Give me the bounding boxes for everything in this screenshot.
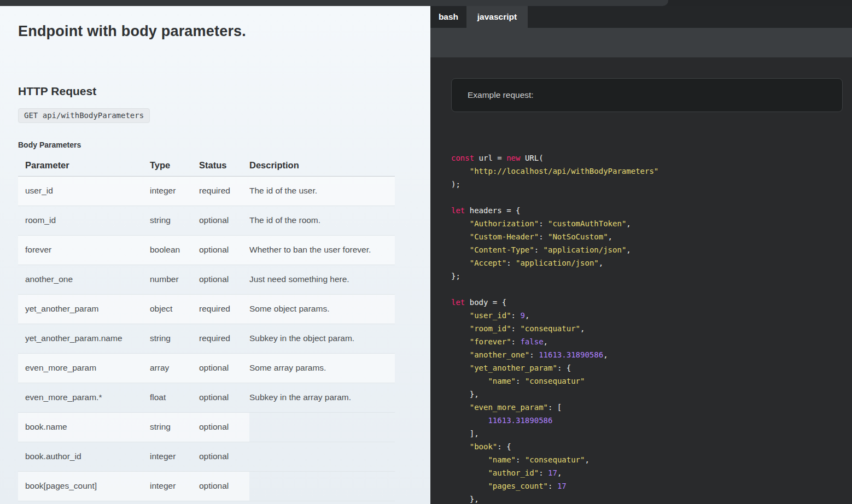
column-header-parameter: Parameter bbox=[18, 155, 150, 176]
cell-type: object bbox=[150, 294, 199, 324]
code-line: let body = { bbox=[451, 296, 843, 309]
cell-type: string bbox=[150, 412, 199, 442]
cell-status: optional bbox=[199, 471, 249, 501]
cell-parameter: book[pages_count] bbox=[18, 471, 150, 501]
cell-type: integer bbox=[150, 471, 199, 501]
code-line: const url = new URL( bbox=[451, 151, 843, 165]
code-line: "Authorization": "customAuthToken", bbox=[451, 217, 843, 230]
cell-type: number bbox=[150, 265, 199, 294]
cell-type: array bbox=[150, 353, 199, 383]
table-row: even_more_paramarrayoptionalSome array p… bbox=[18, 353, 395, 383]
code-line: }, bbox=[451, 493, 843, 504]
column-header-description: Description bbox=[249, 155, 395, 176]
body-parameters-label: Body Parameters bbox=[18, 140, 81, 149]
code-line: "user_id": 9, bbox=[451, 309, 843, 322]
tab-bar-sub-band bbox=[430, 28, 852, 57]
column-header-status: Status bbox=[199, 155, 249, 176]
example-request-box: Example request: bbox=[451, 78, 843, 112]
code-line: 11613.31890586 bbox=[451, 414, 843, 427]
cell-description: Just need something here. bbox=[249, 265, 395, 294]
cell-parameter: forever bbox=[18, 235, 150, 265]
column-header-type: Type bbox=[150, 155, 199, 176]
table-row: user_idintegerrequiredThe id of the user… bbox=[18, 176, 395, 206]
cell-description: The id of the room. bbox=[249, 206, 395, 235]
table-row: book.author_idintegeroptional bbox=[18, 442, 395, 471]
code-line: "yet_another_param": { bbox=[451, 361, 843, 374]
cell-description bbox=[249, 412, 395, 442]
cell-description: Subkey in the array param. bbox=[249, 383, 395, 412]
cell-type: integer bbox=[150, 176, 199, 206]
cell-parameter: even_more_param.* bbox=[18, 383, 150, 412]
code-line bbox=[451, 283, 843, 296]
table-row: room_idstringoptionalThe id of the room. bbox=[18, 206, 395, 235]
cell-type: boolean bbox=[150, 235, 199, 265]
cell-parameter: even_more_param bbox=[18, 353, 150, 383]
cell-description bbox=[249, 471, 395, 501]
cell-description bbox=[249, 442, 395, 471]
cell-status: optional bbox=[199, 206, 249, 235]
cell-type: float bbox=[150, 383, 199, 412]
cell-status: required bbox=[199, 294, 249, 324]
table-row: yet_another_paramobjectrequiredSome obje… bbox=[18, 294, 395, 324]
cell-description: Some array params. bbox=[249, 353, 395, 383]
code-line: ); bbox=[451, 178, 843, 191]
code-line: "Accept": "application/json", bbox=[451, 256, 843, 269]
code-example-panel: bashjavascript Example request: const ur… bbox=[430, 6, 852, 504]
cell-parameter: yet_another_param bbox=[18, 294, 150, 324]
code-line: "forever": false, bbox=[451, 335, 843, 348]
browser-top-bar-segment bbox=[0, 0, 668, 6]
cell-status: optional bbox=[199, 353, 249, 383]
browser-top-bar bbox=[0, 0, 852, 6]
cell-status: optional bbox=[199, 265, 249, 294]
code-line: "author_id": 17, bbox=[451, 466, 843, 479]
table-row: book[pages_count]integeroptional bbox=[18, 471, 395, 501]
code-line: "even_more_param": [ bbox=[451, 401, 843, 414]
table-row: foreverbooleanoptionalWhether to ban the… bbox=[18, 235, 395, 265]
code-line: "Content-Type": "application/json", bbox=[451, 243, 843, 256]
tab-javascript[interactable]: javascript bbox=[466, 6, 528, 28]
code-line: "name": "consequatur" bbox=[451, 374, 843, 388]
language-tab-bar: bashjavascript bbox=[430, 6, 852, 28]
code-line: "book": { bbox=[451, 440, 843, 453]
docs-content-panel: Endpoint with body parameters. HTTP Requ… bbox=[0, 6, 430, 504]
cell-description: Subkey in the object param. bbox=[249, 324, 395, 353]
table-row: book.namestringoptional bbox=[18, 412, 395, 442]
cell-type: string bbox=[150, 324, 199, 353]
code-line: let headers = { bbox=[451, 204, 843, 217]
cell-type: integer bbox=[150, 442, 199, 471]
code-line: ], bbox=[451, 427, 843, 440]
body-parameters-table: Parameter Type Status Description user_i… bbox=[18, 155, 395, 501]
table-row: even_more_param.*floatoptionalSubkey in … bbox=[18, 383, 395, 412]
code-line: "room_id": "consequatur", bbox=[451, 322, 843, 335]
cell-type: string bbox=[150, 206, 199, 235]
cell-parameter: book.name bbox=[18, 412, 150, 442]
cell-description: Whether to ban the user forever. bbox=[249, 235, 395, 265]
code-line: "name": "consequatur", bbox=[451, 453, 843, 466]
cell-status: optional bbox=[199, 412, 249, 442]
cell-status: optional bbox=[199, 442, 249, 471]
endpoint-method-chip: GET api/withBodyParameters bbox=[18, 108, 150, 123]
cell-description: The id of the user. bbox=[249, 176, 395, 206]
table-row: yet_another_param.namestringrequiredSubk… bbox=[18, 324, 395, 353]
tab-bash[interactable]: bash bbox=[430, 6, 466, 28]
code-line: "http://localhost/api/withBodyParameters… bbox=[451, 165, 843, 178]
http-request-heading: HTTP Request bbox=[18, 85, 96, 98]
cell-parameter: another_one bbox=[18, 265, 150, 294]
code-block: const url = new URL( "http://localhost/a… bbox=[451, 151, 843, 504]
cell-status: optional bbox=[199, 235, 249, 265]
code-line: "Custom-Header": "NotSoCustom", bbox=[451, 230, 843, 243]
code-line: }, bbox=[451, 388, 843, 401]
cell-parameter: user_id bbox=[18, 176, 150, 206]
page-title: Endpoint with body parameters. bbox=[18, 23, 246, 40]
cell-parameter: book.author_id bbox=[18, 442, 150, 471]
table-row: another_onenumberoptionalJust need somet… bbox=[18, 265, 395, 294]
cell-description: Some object params. bbox=[249, 294, 395, 324]
cell-status: required bbox=[199, 176, 249, 206]
cell-parameter: yet_another_param.name bbox=[18, 324, 150, 353]
code-line: }; bbox=[451, 269, 843, 283]
example-request-label: Example request: bbox=[468, 90, 534, 100]
cell-parameter: room_id bbox=[18, 206, 150, 235]
code-line bbox=[451, 191, 843, 204]
code-line: "pages_count": 17 bbox=[451, 479, 843, 493]
cell-status: required bbox=[199, 324, 249, 353]
